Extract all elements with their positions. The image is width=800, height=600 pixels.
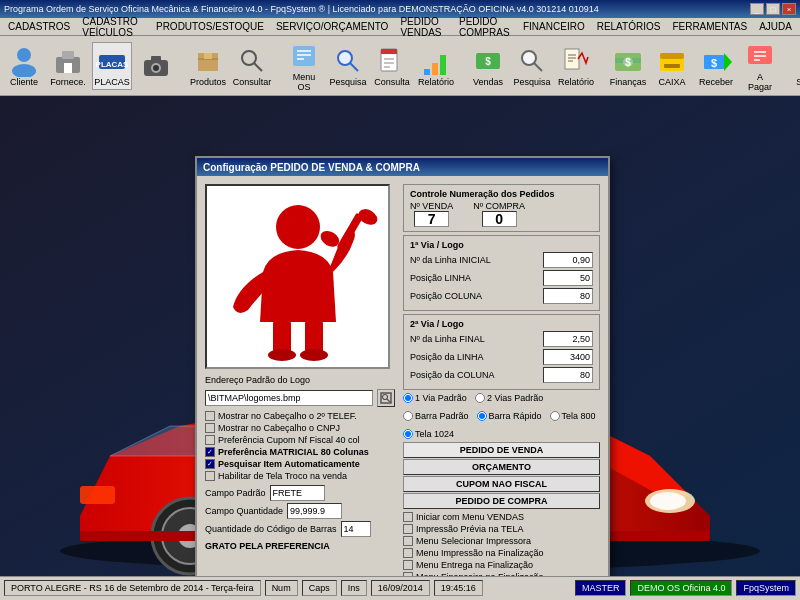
radio-barrapad[interactable]: Barra Padrão [403, 411, 469, 421]
checkbox-matricial[interactable]: ✓ Preferência MATRICIAL 80 Colunas [205, 447, 395, 457]
radio-tela800-input[interactable] [550, 411, 560, 421]
checkbox-sel-imp-box[interactable] [403, 536, 413, 546]
toolbar-vendas[interactable]: $ Vendas [468, 43, 508, 89]
toolbar-cliente[interactable]: Cliente [4, 43, 44, 89]
radio-via1pad[interactable]: 1 Via Padrão [403, 393, 467, 403]
toolbar-suporte[interactable]: Suporte [792, 43, 800, 89]
checkbox-menu-vendas-box[interactable] [403, 512, 413, 522]
close-button[interactable]: × [782, 3, 796, 15]
toolbar-pesquisa-os[interactable]: Pesquisa [328, 43, 368, 89]
ncompra-label: Nº COMPRA [473, 201, 525, 211]
menu-pedido-vendas[interactable]: PEDIDO VENDAS [394, 14, 453, 40]
checkbox-imp-previa-box[interactable] [403, 524, 413, 534]
radio-via2pad-input[interactable] [475, 393, 485, 403]
checkbox-imp-previa-label: Impressão Prévia na TELA [416, 524, 523, 534]
pos-linha-input[interactable] [543, 270, 593, 286]
checkbox-financeiro-final-box[interactable] [403, 572, 413, 576]
nvenda-input[interactable] [414, 211, 449, 227]
checkbox-cnpj[interactable]: Mostrar no Cabeçalho o CNPJ [205, 423, 395, 433]
ncompra-input[interactable] [482, 211, 517, 227]
pedido-compra-btn[interactable]: PEDIDO DE COMPRA [403, 493, 600, 509]
toolbar-consulta-os[interactable]: Consulta [372, 43, 412, 89]
menu-financeiro[interactable]: FINANCEIRO [517, 19, 591, 34]
qtd-barras-input[interactable] [341, 521, 371, 537]
checkbox-financeiro-final[interactable]: Menu Financeiro na Finalização [403, 572, 600, 576]
checkbox-cnpj-box[interactable] [205, 423, 215, 433]
checkbox-imp-previa[interactable]: Impressão Prévia na TELA [403, 524, 600, 534]
toolbar-fornece[interactable]: Fornece. [48, 43, 88, 89]
menu-servico-orcamento[interactable]: SERVIÇO/ORÇAMENTO [270, 19, 394, 34]
radio-tela1024[interactable]: Tela 1024 [403, 429, 454, 439]
grato-text: GRATO PELA PREFERENCIA [205, 541, 395, 551]
pos2-linha-input[interactable] [543, 349, 593, 365]
pos2-linha-row: Posição da LINHA [410, 349, 593, 365]
toolbar-produtos-label: Produtos [190, 77, 226, 87]
checkbox-imp-final[interactable]: Menu Impressão na Finalização [403, 548, 600, 558]
logo-path-input[interactable] [205, 390, 373, 406]
checkbox-troco-box[interactable] [205, 471, 215, 481]
toolbar-placas[interactable]: PLACAS PLACAS [92, 42, 132, 90]
toolbar-receber[interactable]: $ Receber [696, 43, 736, 89]
toolbar-financas[interactable]: $ Finanças [608, 43, 648, 89]
status-num: Num [265, 580, 298, 596]
checkbox-sel-imp[interactable]: Menu Selecionar Impressora [403, 536, 600, 546]
radio-via2pad[interactable]: 2 Vias Padrão [475, 393, 543, 403]
checkbox-telef[interactable]: Mostrar no Cabeçalho o 2º TELEF. [205, 411, 395, 421]
checkbox-cupom40-box[interactable] [205, 435, 215, 445]
pedido-venda-btn[interactable]: PEDIDO DE VENDA [403, 442, 600, 458]
toolbar-financas-label: Finanças [610, 77, 647, 87]
radio-tela800[interactable]: Tela 800 [550, 411, 596, 421]
checkbox-imp-final-box[interactable] [403, 548, 413, 558]
toolbar-consultar[interactable]: Consultar [232, 43, 272, 89]
pos-coluna-label: Posição COLUNA [410, 291, 539, 301]
pos2-coluna-input[interactable] [543, 367, 593, 383]
radio-barrarap-input[interactable] [477, 411, 487, 421]
minimize-button[interactable]: _ [750, 3, 764, 15]
pesquisa-os-icon [332, 45, 364, 77]
logo-browse-button[interactable] [377, 389, 395, 407]
checkbox-matricial-box[interactable]: ✓ [205, 447, 215, 457]
checkbox-cupom40[interactable]: Preferência Cupom Nf Fiscal 40 col [205, 435, 395, 445]
checkbox-entrega-final-box[interactable] [403, 560, 413, 570]
checkbox-pesquisar[interactable]: ✓ Pesquisar Item Automaticamente [205, 459, 395, 469]
menu-produtos-estoque[interactable]: PRODUTOS/ESTOQUE [150, 19, 270, 34]
toolbar-apagar[interactable]: A Pagar [740, 38, 780, 94]
checkbox-telef-box[interactable] [205, 411, 215, 421]
numeracao-title: Controle Numeração dos Pedidos [410, 189, 593, 199]
toolbar-caixa[interactable]: CAIXA [652, 43, 692, 89]
menu-relatorios[interactable]: RELATÓRIOS [591, 19, 667, 34]
svg-rect-4 [64, 63, 72, 73]
checkbox-menu-vendas[interactable]: Iniciar com Menu VENDAS [403, 512, 600, 522]
cupom-nf-btn[interactable]: CUPOM NAO FISCAL [403, 476, 600, 492]
toolbar-menu-os[interactable]: Menu OS [284, 38, 324, 94]
toolbar-relatorio-os[interactable]: Relatório [416, 43, 456, 89]
radio-via1pad-input[interactable] [403, 393, 413, 403]
menu-cadastro-veiculos[interactable]: CADASTRO VEÍCULOS [76, 14, 150, 40]
toolbar-produtos[interactable]: Produtos [188, 43, 228, 89]
status-fpq: FpqSystem [736, 580, 796, 596]
radio-barrarap[interactable]: Barra Rápido [477, 411, 542, 421]
campo-padrao-input[interactable] [270, 485, 325, 501]
menu-cadastros[interactable]: CADASTROS [2, 19, 76, 34]
linha-final-input[interactable] [543, 331, 593, 347]
orcamento-btn[interactable]: ORÇAMENTO [403, 459, 600, 475]
toolbar-consulta-os-label: Consulta [374, 77, 410, 87]
campo-qtd-input[interactable] [287, 503, 342, 519]
toolbar-relatorio-v[interactable]: Relatório [556, 43, 596, 89]
toolbar-camera[interactable] [136, 48, 176, 84]
toolbar-pesquisa-v[interactable]: Pesquisa [512, 43, 552, 89]
menu-pedido-compras[interactable]: PEDIDO COMPRAS [453, 14, 517, 40]
svg-rect-16 [293, 46, 315, 66]
checkbox-pesquisar-box[interactable]: ✓ [205, 459, 215, 469]
status-demo: DEMO OS Oficina 4.0 [630, 580, 732, 596]
checkbox-troco[interactable]: Habilitar de Tela Troco na venda [205, 471, 395, 481]
svg-rect-34 [565, 49, 579, 69]
pos-coluna-input[interactable] [543, 288, 593, 304]
menu-ajuda[interactable]: AJUDA [753, 19, 798, 34]
radio-tela1024-input[interactable] [403, 429, 413, 439]
linha-inicial-input[interactable] [543, 252, 593, 268]
radio-barrapad-input[interactable] [403, 411, 413, 421]
checkbox-entrega-final[interactable]: Menu Entrega na Finalização [403, 560, 600, 570]
menu-ferramentas[interactable]: FERRAMENTAS [666, 19, 753, 34]
maximize-button[interactable]: □ [766, 3, 780, 15]
